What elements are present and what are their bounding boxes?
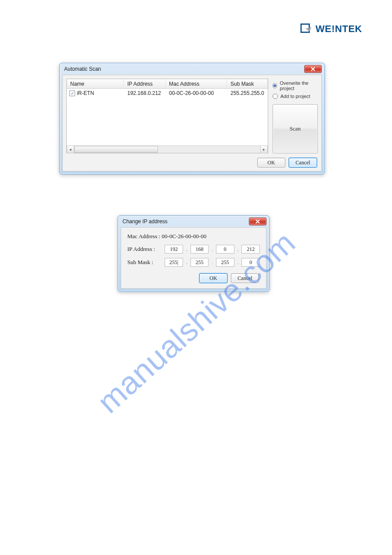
titlebar[interactable]: Automatic Scan — [60, 63, 324, 75]
mask-octet-2[interactable]: 255 — [191, 258, 209, 267]
cancel-button[interactable]: Cancel — [231, 273, 259, 283]
ip-octet-2[interactable]: 168 — [191, 245, 209, 254]
scroll-right-arrow[interactable]: ▸ — [260, 145, 268, 153]
change-ip-dialog: Change IP address Mac Address : 00-0C-26… — [118, 215, 270, 292]
col-name[interactable]: Name — [67, 79, 124, 88]
scroll-track[interactable] — [74, 146, 260, 153]
col-mask[interactable]: Sub Mask — [227, 79, 268, 88]
brand-text: WE!NTEK — [316, 23, 362, 35]
radio-icon — [273, 83, 277, 88]
col-mac[interactable]: Mac Address — [165, 79, 227, 88]
radio-add[interactable]: Add to project — [273, 94, 318, 99]
mask-label: Sub Mask : — [127, 259, 162, 266]
row-mac: 00-0C-26-00-00-00 — [165, 90, 227, 96]
scroll-thumb[interactable] — [74, 146, 158, 153]
row-ip: 192.168.0.212 — [124, 90, 165, 96]
mac-label: Mac Address : — [127, 233, 160, 239]
col-ip[interactable]: IP Address — [124, 79, 165, 88]
brand-logo: WE!NTEK — [300, 23, 362, 35]
radio-icon — [273, 94, 278, 99]
mac-value: 00-0C-26-00-00-00 — [162, 233, 206, 239]
radio-overwrite[interactable]: Overwrite the project — [273, 80, 318, 91]
ip-label: IP Address : — [127, 246, 162, 253]
import-mode-group: Overwrite the project Add to project — [273, 79, 318, 101]
mask-octet-4[interactable]: 0 — [241, 258, 260, 267]
radio-add-label: Add to project — [281, 94, 310, 99]
mask-octet-1[interactable]: 255| — [165, 258, 183, 267]
mask-octet-3[interactable]: 255 — [216, 258, 234, 267]
ok-button[interactable]: OK — [257, 158, 285, 167]
titlebar[interactable]: Change IP address — [118, 216, 269, 227]
close-button[interactable] — [304, 65, 322, 73]
close-icon — [311, 67, 315, 71]
scroll-left-arrow[interactable]: ◂ — [67, 145, 74, 153]
row-checkbox[interactable]: ✓ — [69, 91, 75, 96]
list-header: Name IP Address Mac Address Sub Mask — [67, 79, 268, 89]
ip-octet-4[interactable]: 212 — [241, 245, 260, 254]
device-list[interactable]: Name IP Address Mac Address Sub Mask ✓ i… — [66, 79, 268, 153]
cancel-button[interactable]: Cancel — [289, 158, 317, 167]
ok-button[interactable]: OK — [199, 273, 227, 283]
dialog-title: Change IP address — [122, 218, 249, 225]
dialog-title: Automatic Scan — [64, 66, 304, 72]
ip-octet-1[interactable]: 192 — [165, 245, 183, 254]
ip-octet-3[interactable]: 0 — [216, 245, 234, 254]
horizontal-scrollbar[interactable]: ◂ ▸ — [67, 145, 268, 153]
row-mask: 255.255.255.0 — [227, 90, 268, 96]
weintek-icon — [300, 23, 313, 35]
row-name: iR-ETN — [77, 90, 94, 96]
scan-button[interactable]: Scan — [273, 104, 318, 153]
close-button[interactable] — [249, 218, 266, 225]
table-row[interactable]: ✓ iR-ETN 192.168.0.212 00-0C-26-00-00-00… — [67, 89, 268, 98]
radio-overwrite-label: Overwrite the project — [280, 80, 318, 91]
automatic-scan-dialog: Automatic Scan Name IP Address Mac Addre… — [59, 63, 325, 174]
close-icon — [255, 219, 260, 224]
